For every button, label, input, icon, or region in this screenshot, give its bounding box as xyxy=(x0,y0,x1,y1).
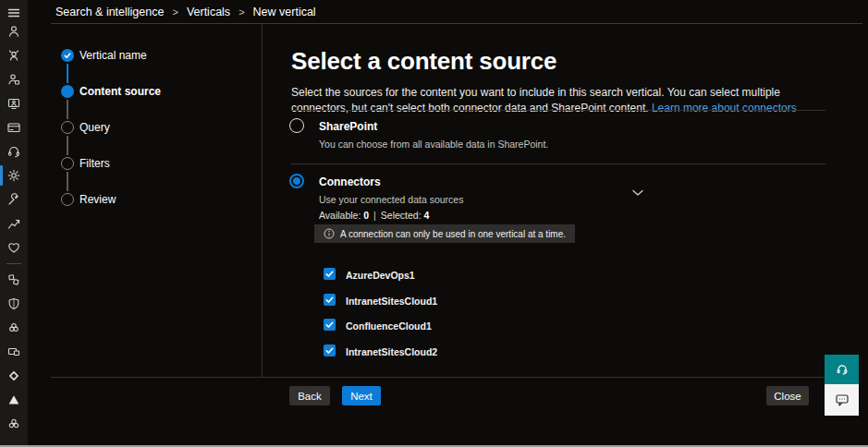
feedback-bubble-icon xyxy=(835,393,850,407)
close-button[interactable]: Close xyxy=(766,386,809,405)
checkbox-intranetsitescloud2[interactable] xyxy=(324,344,336,356)
wizard-step-filters[interactable]: Filters xyxy=(79,157,110,170)
exchange-icon[interactable] xyxy=(0,341,28,363)
wizard-step-content-source[interactable]: Content source xyxy=(79,85,161,98)
breadcrumb-divider xyxy=(51,23,862,24)
health-icon[interactable] xyxy=(0,236,28,259)
section-divider xyxy=(291,163,825,164)
connectors-option-label[interactable]: Connectors xyxy=(319,175,381,188)
app-window: Search & intelligence>Verticals>New vert… xyxy=(0,0,868,447)
footer-divider xyxy=(51,377,825,378)
devices-icon[interactable] xyxy=(0,92,28,115)
roles-icon[interactable] xyxy=(0,68,28,91)
step-connector xyxy=(67,100,68,119)
checkbox-intranetsitescloud1[interactable] xyxy=(324,294,336,306)
info-message: A connection can only be used in one ver… xyxy=(314,224,575,243)
sharepoint-icon[interactable] xyxy=(0,365,28,387)
wizard-step-query[interactable]: Query xyxy=(79,121,110,134)
chevron-down-icon[interactable] xyxy=(632,184,643,200)
connection-label-intranetsitescloud1[interactable]: IntranetSitesCloud1 xyxy=(346,296,437,307)
step-upcoming-dot[interactable] xyxy=(61,121,74,134)
azure-ad-icon[interactable] xyxy=(0,413,28,435)
step-upcoming-dot[interactable] xyxy=(61,193,74,206)
selected-count: 4 xyxy=(424,210,430,221)
wizard-step-review[interactable]: Review xyxy=(79,193,116,206)
check-icon xyxy=(324,345,335,356)
sharepoint-option-description: You can choose from all available data i… xyxy=(319,139,548,150)
stats-separator: | xyxy=(373,210,376,221)
endpoint-manager-icon[interactable] xyxy=(0,269,28,291)
available-count: 0 xyxy=(363,210,369,221)
step-upcoming-dot[interactable] xyxy=(61,157,74,170)
sidebar-divider xyxy=(6,263,21,264)
selected-indicator xyxy=(0,165,3,186)
check-icon xyxy=(324,295,335,305)
settings-icon[interactable] xyxy=(0,164,28,187)
sharepoint-option-label[interactable]: SharePoint xyxy=(319,120,377,133)
feedback-button[interactable] xyxy=(825,384,859,416)
checkbox-confluencecloud1[interactable] xyxy=(324,319,336,331)
connection-label-intranetsitescloud2[interactable]: IntranetSitesCloud2 xyxy=(346,346,437,357)
info-message-text: A connection can only be used in one ver… xyxy=(340,229,566,239)
check-icon xyxy=(324,269,335,279)
support-icon[interactable] xyxy=(0,140,28,163)
sharepoint-radio[interactable] xyxy=(289,118,304,133)
compliance-icon[interactable] xyxy=(0,317,28,339)
connectors-availability: Available: 0|Selected: 4 xyxy=(319,210,429,221)
checkbox-azuredevops1[interactable] xyxy=(324,268,336,280)
help-button[interactable] xyxy=(825,355,859,384)
connection-label-confluencecloud1[interactable]: ConfluenceCloud1 xyxy=(346,320,432,332)
teams-groups-icon[interactable] xyxy=(0,44,28,66)
breadcrumb-verticals[interactable]: Verticals xyxy=(187,6,230,18)
setup-icon[interactable] xyxy=(0,188,28,211)
check-icon xyxy=(324,320,335,330)
wizard-step-vertical-name[interactable]: Vertical name xyxy=(79,49,147,62)
section-divider xyxy=(291,110,825,111)
available-label: Available: xyxy=(319,210,361,221)
selected-label: Selected: xyxy=(381,210,422,221)
connectors-option-description: Use your connected data sources xyxy=(319,194,463,205)
back-button[interactable]: Back xyxy=(289,386,330,405)
connectors-radio[interactable] xyxy=(289,174,304,188)
step-connector xyxy=(67,136,68,155)
headset-icon xyxy=(835,362,850,377)
step-current-dot[interactable] xyxy=(61,85,74,98)
next-button[interactable]: Next xyxy=(342,386,381,405)
users-icon[interactable] xyxy=(0,20,28,42)
step-connector xyxy=(67,64,68,83)
page-title: Select a content source xyxy=(291,47,556,76)
breadcrumb-search-intelligence[interactable]: Search & intelligence xyxy=(55,6,164,18)
breadcrumb-separator: > xyxy=(238,6,244,18)
billing-icon[interactable] xyxy=(0,116,28,139)
sidebar xyxy=(0,0,28,447)
reports-icon[interactable] xyxy=(0,212,28,235)
page-description: Select the sources for the content you w… xyxy=(291,85,825,115)
step-connector xyxy=(67,172,68,191)
info-icon xyxy=(324,228,335,239)
step-completed-check-icon[interactable] xyxy=(61,49,74,62)
learn-more-link[interactable]: Learn more about connectors xyxy=(652,102,797,115)
security-icon[interactable] xyxy=(0,293,28,315)
breadcrumb-separator: > xyxy=(172,6,177,18)
radio-selected-dot xyxy=(293,177,300,185)
teams-admin-icon[interactable] xyxy=(0,389,28,411)
breadcrumb-new-vertical: New vertical xyxy=(253,6,316,18)
wizard-panel-divider xyxy=(262,24,263,377)
breadcrumb: Search & intelligence>Verticals>New vert… xyxy=(55,6,316,18)
connection-label-azuredevops1[interactable]: AzureDevOps1 xyxy=(346,270,415,281)
